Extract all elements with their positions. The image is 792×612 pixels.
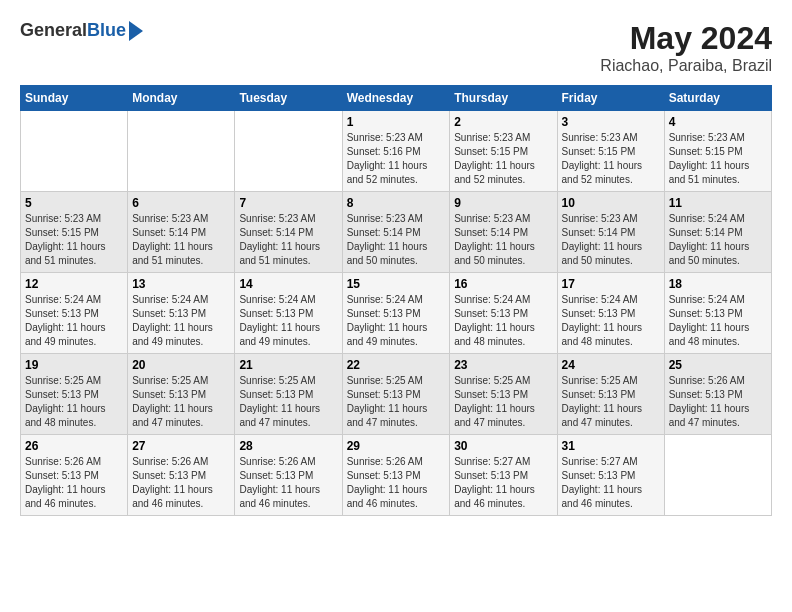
page-container: General Blue May 2024 Riachao, Paraiba, … xyxy=(0,0,792,526)
calendar-cell: 17Sunrise: 5:24 AMSunset: 5:13 PMDayligh… xyxy=(557,273,664,354)
calendar-cell: 22Sunrise: 5:25 AMSunset: 5:13 PMDayligh… xyxy=(342,354,450,435)
calendar-cell: 29Sunrise: 5:26 AMSunset: 5:13 PMDayligh… xyxy=(342,435,450,516)
calendar-cell: 27Sunrise: 5:26 AMSunset: 5:13 PMDayligh… xyxy=(128,435,235,516)
day-info: Sunrise: 5:24 AMSunset: 5:13 PMDaylight:… xyxy=(347,293,446,349)
day-info: Sunrise: 5:26 AMSunset: 5:13 PMDaylight:… xyxy=(132,455,230,511)
header-wednesday: Wednesday xyxy=(342,86,450,111)
day-info: Sunrise: 5:23 AMSunset: 5:16 PMDaylight:… xyxy=(347,131,446,187)
day-number: 28 xyxy=(239,439,337,453)
calendar-cell: 12Sunrise: 5:24 AMSunset: 5:13 PMDayligh… xyxy=(21,273,128,354)
day-number: 7 xyxy=(239,196,337,210)
day-number: 5 xyxy=(25,196,123,210)
calendar-cell: 14Sunrise: 5:24 AMSunset: 5:13 PMDayligh… xyxy=(235,273,342,354)
day-info: Sunrise: 5:25 AMSunset: 5:13 PMDaylight:… xyxy=(347,374,446,430)
day-info: Sunrise: 5:23 AMSunset: 5:14 PMDaylight:… xyxy=(454,212,552,268)
day-number: 8 xyxy=(347,196,446,210)
day-info: Sunrise: 5:24 AMSunset: 5:13 PMDaylight:… xyxy=(562,293,660,349)
calendar-cell: 11Sunrise: 5:24 AMSunset: 5:14 PMDayligh… xyxy=(664,192,771,273)
calendar-cell: 20Sunrise: 5:25 AMSunset: 5:13 PMDayligh… xyxy=(128,354,235,435)
days-header-row: Sunday Monday Tuesday Wednesday Thursday… xyxy=(21,86,772,111)
header-friday: Friday xyxy=(557,86,664,111)
calendar-cell: 8Sunrise: 5:23 AMSunset: 5:14 PMDaylight… xyxy=(342,192,450,273)
day-number: 31 xyxy=(562,439,660,453)
calendar-cell: 9Sunrise: 5:23 AMSunset: 5:14 PMDaylight… xyxy=(450,192,557,273)
day-info: Sunrise: 5:23 AMSunset: 5:15 PMDaylight:… xyxy=(562,131,660,187)
day-number: 26 xyxy=(25,439,123,453)
day-info: Sunrise: 5:25 AMSunset: 5:13 PMDaylight:… xyxy=(562,374,660,430)
day-number: 9 xyxy=(454,196,552,210)
calendar-cell: 18Sunrise: 5:24 AMSunset: 5:13 PMDayligh… xyxy=(664,273,771,354)
logo-arrow-icon xyxy=(129,21,143,41)
day-number: 15 xyxy=(347,277,446,291)
day-info: Sunrise: 5:23 AMSunset: 5:15 PMDaylight:… xyxy=(25,212,123,268)
day-number: 22 xyxy=(347,358,446,372)
day-number: 29 xyxy=(347,439,446,453)
title-section: May 2024 Riachao, Paraiba, Brazil xyxy=(600,20,772,75)
calendar-week-row: 1Sunrise: 5:23 AMSunset: 5:16 PMDaylight… xyxy=(21,111,772,192)
day-info: Sunrise: 5:24 AMSunset: 5:13 PMDaylight:… xyxy=(132,293,230,349)
day-number: 20 xyxy=(132,358,230,372)
day-info: Sunrise: 5:24 AMSunset: 5:14 PMDaylight:… xyxy=(669,212,767,268)
calendar-cell: 13Sunrise: 5:24 AMSunset: 5:13 PMDayligh… xyxy=(128,273,235,354)
day-info: Sunrise: 5:23 AMSunset: 5:15 PMDaylight:… xyxy=(669,131,767,187)
day-number: 23 xyxy=(454,358,552,372)
day-number: 27 xyxy=(132,439,230,453)
calendar-cell: 25Sunrise: 5:26 AMSunset: 5:13 PMDayligh… xyxy=(664,354,771,435)
calendar-table: Sunday Monday Tuesday Wednesday Thursday… xyxy=(20,85,772,516)
day-info: Sunrise: 5:23 AMSunset: 5:14 PMDaylight:… xyxy=(347,212,446,268)
day-info: Sunrise: 5:26 AMSunset: 5:13 PMDaylight:… xyxy=(669,374,767,430)
day-number: 21 xyxy=(239,358,337,372)
day-info: Sunrise: 5:25 AMSunset: 5:13 PMDaylight:… xyxy=(25,374,123,430)
calendar-cell: 21Sunrise: 5:25 AMSunset: 5:13 PMDayligh… xyxy=(235,354,342,435)
day-info: Sunrise: 5:27 AMSunset: 5:13 PMDaylight:… xyxy=(454,455,552,511)
calendar-cell xyxy=(235,111,342,192)
header-monday: Monday xyxy=(128,86,235,111)
day-info: Sunrise: 5:25 AMSunset: 5:13 PMDaylight:… xyxy=(454,374,552,430)
day-number: 17 xyxy=(562,277,660,291)
calendar-cell: 16Sunrise: 5:24 AMSunset: 5:13 PMDayligh… xyxy=(450,273,557,354)
header-thursday: Thursday xyxy=(450,86,557,111)
calendar-cell: 5Sunrise: 5:23 AMSunset: 5:15 PMDaylight… xyxy=(21,192,128,273)
day-number: 24 xyxy=(562,358,660,372)
calendar-cell: 10Sunrise: 5:23 AMSunset: 5:14 PMDayligh… xyxy=(557,192,664,273)
day-info: Sunrise: 5:24 AMSunset: 5:13 PMDaylight:… xyxy=(25,293,123,349)
day-number: 19 xyxy=(25,358,123,372)
day-info: Sunrise: 5:25 AMSunset: 5:13 PMDaylight:… xyxy=(239,374,337,430)
day-info: Sunrise: 5:23 AMSunset: 5:14 PMDaylight:… xyxy=(132,212,230,268)
day-info: Sunrise: 5:24 AMSunset: 5:13 PMDaylight:… xyxy=(454,293,552,349)
day-info: Sunrise: 5:25 AMSunset: 5:13 PMDaylight:… xyxy=(132,374,230,430)
day-info: Sunrise: 5:26 AMSunset: 5:13 PMDaylight:… xyxy=(347,455,446,511)
calendar-cell: 6Sunrise: 5:23 AMSunset: 5:14 PMDaylight… xyxy=(128,192,235,273)
day-number: 2 xyxy=(454,115,552,129)
calendar-cell: 31Sunrise: 5:27 AMSunset: 5:13 PMDayligh… xyxy=(557,435,664,516)
header: General Blue May 2024 Riachao, Paraiba, … xyxy=(20,20,772,75)
calendar-week-row: 19Sunrise: 5:25 AMSunset: 5:13 PMDayligh… xyxy=(21,354,772,435)
calendar-cell xyxy=(128,111,235,192)
day-number: 16 xyxy=(454,277,552,291)
day-info: Sunrise: 5:24 AMSunset: 5:13 PMDaylight:… xyxy=(669,293,767,349)
logo-general: General xyxy=(20,20,87,41)
calendar-cell: 23Sunrise: 5:25 AMSunset: 5:13 PMDayligh… xyxy=(450,354,557,435)
day-info: Sunrise: 5:23 AMSunset: 5:14 PMDaylight:… xyxy=(562,212,660,268)
logo-blue: Blue xyxy=(87,20,126,41)
day-number: 13 xyxy=(132,277,230,291)
day-number: 12 xyxy=(25,277,123,291)
day-number: 14 xyxy=(239,277,337,291)
calendar-cell xyxy=(21,111,128,192)
day-number: 18 xyxy=(669,277,767,291)
location-subtitle: Riachao, Paraiba, Brazil xyxy=(600,57,772,75)
day-info: Sunrise: 5:27 AMSunset: 5:13 PMDaylight:… xyxy=(562,455,660,511)
calendar-cell: 1Sunrise: 5:23 AMSunset: 5:16 PMDaylight… xyxy=(342,111,450,192)
calendar-cell: 30Sunrise: 5:27 AMSunset: 5:13 PMDayligh… xyxy=(450,435,557,516)
day-number: 25 xyxy=(669,358,767,372)
day-number: 11 xyxy=(669,196,767,210)
day-info: Sunrise: 5:23 AMSunset: 5:15 PMDaylight:… xyxy=(454,131,552,187)
calendar-week-row: 26Sunrise: 5:26 AMSunset: 5:13 PMDayligh… xyxy=(21,435,772,516)
day-number: 3 xyxy=(562,115,660,129)
day-info: Sunrise: 5:26 AMSunset: 5:13 PMDaylight:… xyxy=(239,455,337,511)
calendar-cell: 7Sunrise: 5:23 AMSunset: 5:14 PMDaylight… xyxy=(235,192,342,273)
day-number: 10 xyxy=(562,196,660,210)
day-number: 30 xyxy=(454,439,552,453)
calendar-cell: 15Sunrise: 5:24 AMSunset: 5:13 PMDayligh… xyxy=(342,273,450,354)
day-number: 4 xyxy=(669,115,767,129)
